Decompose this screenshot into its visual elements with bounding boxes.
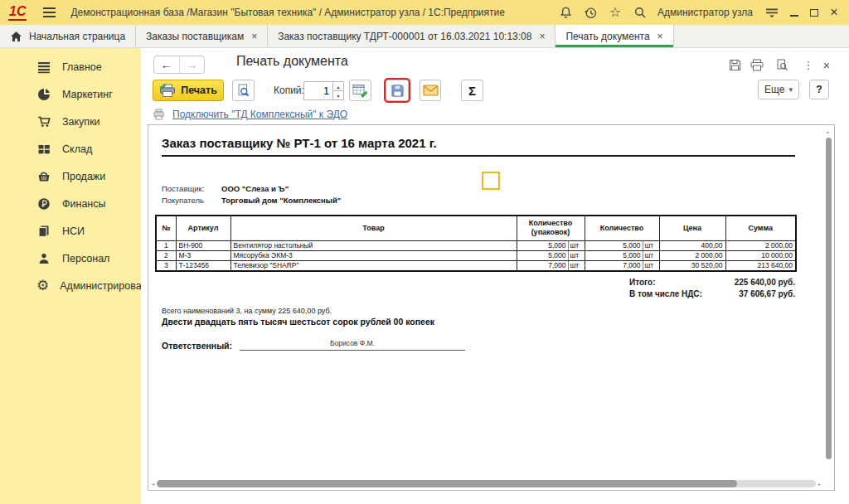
history-button[interactable]	[578, 2, 603, 22]
vertical-scrollbar[interactable]: ▴	[825, 127, 833, 477]
preview-header-button[interactable]	[774, 57, 790, 72]
send-email-button[interactable]	[420, 80, 441, 101]
save-document-button[interactable]	[726, 57, 743, 72]
save-file-button[interactable]	[386, 80, 409, 101]
sigma-icon: Σ	[468, 84, 476, 98]
search-icon	[633, 6, 647, 19]
spin-up-button[interactable]: ▴	[333, 81, 344, 91]
scroll-left-icon[interactable]: ◂	[152, 481, 154, 487]
cell-article: ВН-900	[176, 240, 230, 250]
help-button[interactable]: ?	[809, 80, 829, 99]
pie-chart-icon	[36, 88, 51, 101]
edo-printer-icon	[153, 109, 165, 120]
amount-in-words: Двести двадцать пять тысяч шестьсот соро…	[162, 317, 434, 327]
print-button[interactable]: Печать	[153, 80, 224, 101]
scroll-right-icon[interactable]: ▸	[818, 481, 821, 487]
sidebar-item-purchases[interactable]: Закупки	[0, 108, 141, 135]
back-button[interactable]: ←	[154, 56, 180, 73]
sidebar-item-nsi[interactable]: НСИ	[0, 217, 141, 245]
more-button[interactable]: Еще ▾	[758, 80, 799, 99]
qty-value: 5,000	[585, 251, 643, 260]
qty-pack-value: 5,000	[517, 241, 568, 250]
topbar-actions: ☆ Администратор узла ×	[553, 2, 849, 22]
col-header-article: Артикул	[176, 216, 230, 240]
supplier-label: Поставщик:	[162, 184, 204, 193]
sidebar-item-sales[interactable]: Продажи	[0, 162, 141, 190]
more-menu-button[interactable]: ⋮	[800, 57, 817, 72]
maximize-button[interactable]	[804, 2, 824, 22]
sidebar-item-finance[interactable]: Финансы	[0, 190, 141, 217]
floppy-disk-icon	[391, 84, 405, 98]
col-header-qty-pack: Количество (упаковок)	[517, 216, 585, 240]
favorites-button[interactable]: ☆	[603, 2, 628, 22]
col-header-sum: Сумма	[725, 216, 796, 240]
print-header-button[interactable]	[749, 57, 765, 72]
col-header-price: Цена	[659, 216, 725, 240]
horizontal-scroll-track[interactable]	[157, 480, 816, 487]
edo-connect-link[interactable]: Подключить "ТД Комплексный" к ЭДО	[172, 109, 347, 120]
close-panel-button[interactable]: ×	[818, 57, 835, 72]
forward-button[interactable]: →	[180, 56, 205, 73]
sum-button[interactable]: Σ	[461, 80, 483, 101]
cell-qty: 5,000шт	[585, 240, 659, 250]
notifications-button[interactable]	[553, 2, 578, 22]
close-tab-icon[interactable]: ×	[657, 32, 663, 41]
sidebar: Главное Маркетинг Закупки Склад Продажи …	[0, 48, 141, 504]
tab-print-document[interactable]: Печать документа ×	[555, 25, 673, 47]
horizontal-scroll-thumb[interactable]	[157, 480, 737, 487]
spin-down-icon: ▾	[337, 93, 339, 99]
preview-button[interactable]	[232, 80, 255, 101]
cards-icon	[36, 225, 51, 238]
scroll-up-icon[interactable]: ▴	[827, 128, 829, 134]
1c-logo[interactable]: 1С	[8, 5, 27, 21]
close-tab-icon[interactable]: ×	[539, 32, 545, 41]
tab-home[interactable]: Начальная страница	[0, 25, 136, 47]
spinner-buttons: ▴ ▾	[333, 81, 344, 100]
tab-supplier-orders[interactable]: Заказы поставщикам ×	[136, 25, 268, 47]
sidebar-item-marketing[interactable]: Маркетинг	[0, 80, 141, 108]
cart-icon	[36, 115, 51, 128]
buyer-label: Покупатель	[162, 196, 204, 205]
tab-home-label: Начальная страница	[29, 31, 125, 42]
person-icon	[36, 252, 51, 265]
spin-up-icon: ▴	[337, 84, 339, 90]
sidebar-item-warehouse[interactable]: Склад	[0, 135, 141, 162]
tab-supplier-order-document[interactable]: Заказ поставщику ТДРТ-000001 от 16.03.20…	[268, 25, 555, 47]
grid-icon	[36, 143, 51, 156]
print-button-label: Печать	[181, 85, 217, 96]
sidebar-item-label: НСИ	[62, 225, 85, 237]
table-row: 1 ВН-900 Вентилятор настольный 5,000шт 5…	[156, 240, 796, 250]
selected-cell-cursor[interactable]	[482, 172, 500, 190]
history-nav-group: ← →	[153, 56, 205, 74]
cell-sum: 2 000,00	[725, 240, 796, 250]
logo-text: 1С	[9, 4, 26, 18]
more-button-label: Еще	[764, 84, 784, 95]
table-edit-icon	[352, 84, 368, 98]
spin-down-button[interactable]: ▾	[333, 91, 344, 100]
current-user[interactable]: Администратор узла	[657, 7, 753, 18]
horizontal-scrollbar[interactable]: ◂ ▸	[152, 479, 821, 488]
ruble-coin-icon	[36, 197, 51, 211]
cell-sum: 213 640,00	[725, 260, 796, 271]
sidebar-item-administration[interactable]: ⚙ Администрирование	[0, 272, 141, 299]
copies-input[interactable]	[303, 81, 333, 100]
sidebar-item-personnel[interactable]: Персонал	[0, 245, 141, 272]
preview-icon	[236, 84, 250, 98]
minimize-button[interactable]	[784, 2, 804, 22]
search-button[interactable]	[628, 2, 653, 22]
sidebar-item-label: Главное	[62, 61, 102, 73]
copies-label: Копий:	[274, 85, 304, 96]
star-icon: ☆	[609, 6, 621, 19]
main-menu-icon[interactable]	[43, 7, 56, 17]
items-table: № Артикул Товар Количество (упаковок) Ко…	[155, 215, 797, 272]
service-menu-button[interactable]	[759, 2, 784, 22]
tab-label: Заказы поставщикам	[146, 31, 244, 42]
edit-table-button[interactable]	[349, 80, 371, 101]
vertical-scroll-thumb[interactable]	[826, 138, 832, 459]
col-header-qty: Количество	[585, 216, 659, 240]
print-preview-area[interactable]: Заказ поставщику № РТ-1 от 16 марта 2021…	[148, 124, 835, 491]
close-tab-icon[interactable]: ×	[251, 32, 257, 41]
close-window-button[interactable]: ×	[824, 2, 844, 22]
sidebar-item-main[interactable]: Главное	[0, 53, 141, 80]
copies-spinner: ▴ ▾	[303, 81, 344, 100]
